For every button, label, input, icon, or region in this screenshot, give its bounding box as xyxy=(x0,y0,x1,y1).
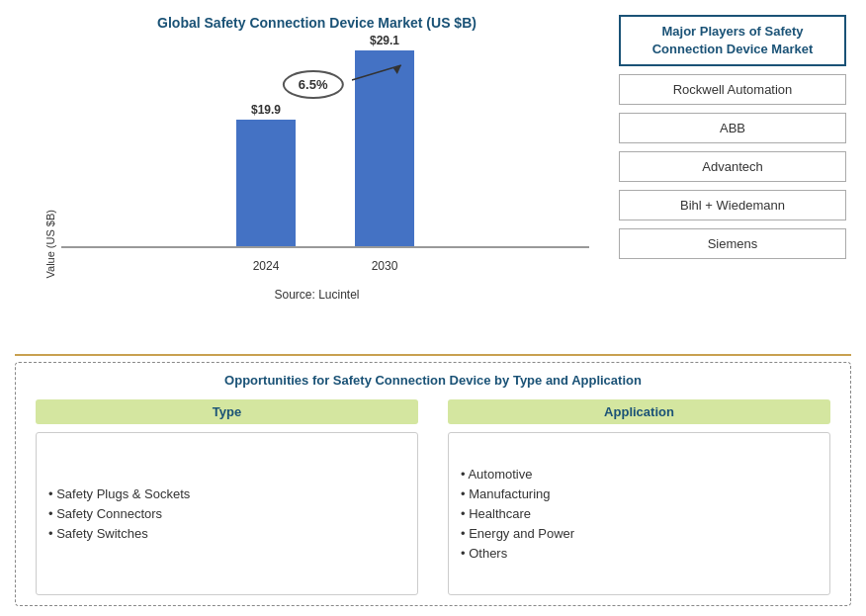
player-siemens: Siemens xyxy=(619,228,846,259)
opportunities-title: Opportunities for Safety Connection Devi… xyxy=(36,373,830,388)
app-item-3: Healthcare xyxy=(461,506,818,521)
source-text: Source: Lucintel xyxy=(274,288,359,302)
bar-2024 xyxy=(236,120,296,248)
app-item-1: Automotive xyxy=(461,467,818,482)
player-advantech: Advantech xyxy=(619,151,846,182)
chart-baseline xyxy=(61,246,589,248)
bar-year-2030: 2030 xyxy=(372,259,398,273)
top-section: Global Safety Connection Device Market (… xyxy=(15,10,851,346)
type-item-2: Safety Connectors xyxy=(48,506,405,521)
cagr-arrow xyxy=(352,60,411,90)
bar-group-2024: $19.9 2024 xyxy=(236,103,296,248)
app-item-4: Energy and Power xyxy=(461,526,818,541)
bars-row: $19.9 2024 $29.1 2030 xyxy=(61,41,589,248)
y-axis-label: Value (US $B) xyxy=(44,210,56,279)
main-container: Global Safety Connection Device Market (… xyxy=(0,0,866,616)
bottom-section: Opportunities for Safety Connection Devi… xyxy=(15,362,851,606)
bottom-columns: Type Safety Plugs & Sockets Safety Conne… xyxy=(36,399,830,595)
chart-section: Global Safety Connection Device Market (… xyxy=(15,10,599,346)
bar-value-2030: $29.1 xyxy=(370,34,399,47)
chart-area: Value (US $B) $19.9 2024 $29.1 xyxy=(44,41,589,278)
app-item-5: Others xyxy=(461,546,818,561)
type-header: Type xyxy=(36,399,418,424)
cagr-label: 6.5% xyxy=(283,70,344,99)
player-rockwell: Rockwell Automation xyxy=(619,74,846,105)
player-abb: ABB xyxy=(619,113,846,143)
application-column: Application Automotive Manufacturing Hea… xyxy=(448,399,830,595)
type-item-3: Safety Switches xyxy=(48,526,405,541)
players-title: Major Players of Safety Connection Devic… xyxy=(619,15,846,66)
application-content: Automotive Manufacturing Healthcare Ener… xyxy=(448,432,830,595)
players-section: Major Players of Safety Connection Devic… xyxy=(614,10,851,346)
player-bihl: Bihl + Wiedemann xyxy=(619,190,846,220)
cagr-annotation: 6.5% xyxy=(283,70,344,99)
app-item-2: Manufacturing xyxy=(461,486,818,501)
svg-line-0 xyxy=(352,65,401,80)
type-item-1: Safety Plugs & Sockets xyxy=(48,486,405,501)
bar-year-2024: 2024 xyxy=(253,259,280,273)
type-column: Type Safety Plugs & Sockets Safety Conne… xyxy=(36,399,418,595)
section-divider xyxy=(15,354,851,356)
chart-title: Global Safety Connection Device Market (… xyxy=(157,15,476,31)
application-header: Application xyxy=(448,399,830,424)
bar-value-2024: $19.9 xyxy=(251,103,281,117)
chart-bars-area: $19.9 2024 $29.1 2030 xyxy=(61,41,589,278)
type-content: Safety Plugs & Sockets Safety Connectors… xyxy=(36,432,418,595)
